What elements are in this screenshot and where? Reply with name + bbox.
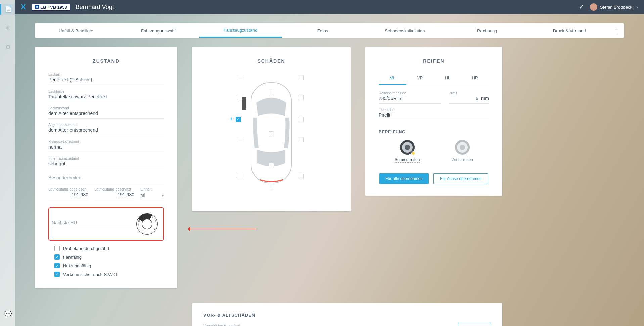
zustand-heading: ZUSTAND: [48, 58, 164, 64]
confirm-icon[interactable]: ✓: [579, 3, 584, 11]
tab-schadenskalkulation[interactable]: Schadenskalkulation: [364, 23, 446, 38]
damage-zone-rr-door[interactable]: [298, 137, 304, 142]
btn-standardtext[interactable]: Standardtext: [458, 323, 491, 326]
field-allgemeinzustand[interactable]: Allgemeinzustand dem Alter entsprechend: [48, 123, 164, 135]
card-reifen: REIFEN VL VR HL HR Reifendimension 235/5…: [365, 47, 502, 196]
field-karosseriezustand[interactable]: Karosseriezustand normal: [48, 140, 164, 152]
user-menu[interactable]: Stefan Brodbeck ▾: [590, 3, 638, 11]
card-schaeden: SCHÄDEN: [192, 47, 351, 211]
rail-item-settings[interactable]: ⚙: [2, 42, 13, 52]
wheel-icon: [455, 140, 470, 155]
damage-zone-roof[interactable]: [269, 131, 274, 137]
zustand-checks: Probefahrt durchgeführt ✓Fahrfähig ✓Nutz…: [48, 246, 164, 277]
wheel-icon: [400, 140, 415, 155]
checkbox-icon: ✓: [54, 263, 60, 268]
damage-zone-trunk[interactable]: [269, 163, 274, 168]
chevron-down-icon: ▾: [636, 5, 638, 9]
tab-fahrzeugzustand[interactable]: Fahrzeugzustand: [199, 23, 282, 38]
chat-icon: 💬: [4, 310, 12, 318]
field-lackart[interactable]: Lackart Perleffekt (2-Schicht): [48, 72, 164, 85]
field-profil[interactable]: Profil 6 mm: [449, 91, 489, 104]
check-nutzungsfaehig[interactable]: ✓Nutzungsfähig: [54, 263, 164, 268]
tire-type-winter[interactable]: Winterreifen: [451, 140, 473, 162]
check-probefahrt[interactable]: Probefahrt durchgeführt: [54, 246, 164, 251]
field-vorschaeden[interactable]: Vorschäden (repariert) Mit einem Lacksch…: [203, 324, 478, 326]
btn-achse-uebernehmen[interactable]: Für Achse übernehmen: [433, 173, 488, 184]
app-logo[interactable]: X: [21, 3, 26, 11]
svg-text:4: 4: [154, 229, 155, 230]
damage-zone-right-door[interactable]: [298, 117, 304, 122]
damage-zone-front-right[interactable]: [298, 75, 304, 80]
plate-number: VB 1953: [50, 5, 67, 10]
card-zustand: ZUSTAND Lackart Perleffekt (2-Schicht) L…: [35, 47, 177, 288]
damage-zone-rl-door[interactable]: [237, 137, 242, 142]
svg-text:12: 12: [146, 215, 148, 216]
tabs-more-icon[interactable]: ⋮: [610, 27, 624, 34]
rail-item-euro[interactable]: €: [2, 23, 13, 34]
chevron-down-icon: ▾: [162, 193, 164, 198]
field-einheit[interactable]: Einheit mi▾: [140, 187, 164, 200]
tab-unfall[interactable]: Unfall & Beteiligte: [35, 23, 117, 38]
main-tabs: Unfall & Beteiligte Fahrzeugauswahl Fahr…: [35, 23, 624, 38]
hu-badge-icon[interactable]: 1212 345 678 91011: [136, 213, 158, 235]
damage-zone-rear-right[interactable]: [298, 174, 304, 179]
svg-text:2: 2: [155, 220, 156, 222]
field-laufleistung-geschaetzt[interactable]: Laufleistung geschätzt 191.980: [94, 187, 134, 200]
damage-zone-front-left[interactable]: [237, 75, 242, 80]
btn-alle-uebernehmen[interactable]: Für alle übernehmen: [379, 173, 429, 184]
svg-point-1: [142, 219, 152, 229]
tire-tab-hl[interactable]: HL: [434, 72, 461, 85]
damage-zone-hood[interactable]: [269, 91, 274, 96]
check-fahrfaehig[interactable]: ✓Fahrfähig: [54, 254, 164, 260]
rail-item-chat[interactable]: 💬: [2, 309, 13, 319]
svg-text:10: 10: [138, 220, 140, 222]
rail-item-case[interactable]: 📄: [0, 4, 15, 15]
damage-zone-rear-left[interactable]: [237, 174, 242, 179]
field-lackfarbe[interactable]: Lackfarbe Tarantellaschwarz Perleffekt: [48, 89, 164, 102]
field-naechste-hu[interactable]: Nächste HU: [52, 220, 132, 228]
schaeden-heading: SCHÄDEN: [205, 58, 337, 64]
svg-text:3: 3: [156, 224, 157, 226]
damage-zone-left-door[interactable]: [236, 117, 241, 122]
tire-icon: [242, 97, 246, 110]
bereifung-heading: BEREIFUNG: [379, 130, 489, 134]
tire-tab-vr[interactable]: VR: [406, 72, 434, 85]
damage-zone-fl-fender[interactable]: [237, 95, 242, 100]
tire-tab-vl[interactable]: VL: [379, 72, 406, 85]
check-verkehrssicher[interactable]: ✓Verkehrssicher nach StVZO: [54, 272, 164, 277]
field-besonderheiten[interactable]: Besonderheiten: [48, 175, 164, 183]
case-name: Bernhard Vogt: [76, 4, 114, 11]
svg-text:8: 8: [139, 229, 140, 230]
svg-text:11: 11: [141, 216, 143, 218]
tab-druck[interactable]: Druck & Versand: [528, 23, 610, 38]
checkbox-icon: ✓: [54, 272, 60, 277]
field-reifendimension[interactable]: Reifendimension 235/55R17: [379, 91, 441, 104]
svg-text:9: 9: [138, 224, 139, 226]
tab-fotos[interactable]: Fotos: [282, 23, 364, 38]
tire-tab-hr[interactable]: HR: [461, 72, 489, 85]
svg-text:6: 6: [147, 233, 148, 234]
field-lackzustand[interactable]: Lackzustand dem Alter entsprechend: [48, 106, 164, 119]
field-laufleistung-abgelesen[interactable]: Laufleistung abgelesen 191.980: [48, 187, 88, 200]
topbar: X D LB ●● VB 1953 Bernhard Vogt ✓ Stefan…: [15, 0, 644, 14]
avatar: [590, 3, 597, 11]
left-rail: 📄 € ⚙ 💬: [0, 0, 15, 326]
damage-zone-rear-bumper[interactable]: [269, 183, 274, 188]
field-innenraumzustand[interactable]: Innenraumzustand sehr gut: [48, 156, 164, 169]
annotation-arrow: [189, 229, 257, 229]
field-hersteller[interactable]: Hersteller Pirelli: [379, 108, 489, 120]
altschaeden-heading: VOR- & ALTSCHÄDEN: [203, 313, 491, 318]
reifen-heading: REIFEN: [379, 58, 489, 64]
gear-icon: ⚙: [5, 43, 11, 51]
plate-region: LB: [40, 5, 46, 10]
checkbox-icon: ✓: [54, 254, 60, 260]
damage-zone-fr-fender[interactable]: [298, 95, 304, 100]
license-plate: D LB ●● VB 1953: [32, 4, 70, 11]
add-damage-icon[interactable]: +: [230, 116, 233, 122]
checkbox-icon: [54, 246, 60, 251]
tab-rechnung[interactable]: Rechnung: [446, 23, 528, 38]
tab-fahrzeugauswahl[interactable]: Fahrzeugauswahl: [117, 23, 199, 38]
tire-type-sommer[interactable]: Sommerreifen: [395, 140, 420, 162]
hu-highlight-box: Nächste HU 1212 345 678 91011: [48, 207, 164, 241]
card-altschaeden: VOR- & ALTSCHÄDEN Standardtext Vorschäde…: [192, 303, 502, 326]
